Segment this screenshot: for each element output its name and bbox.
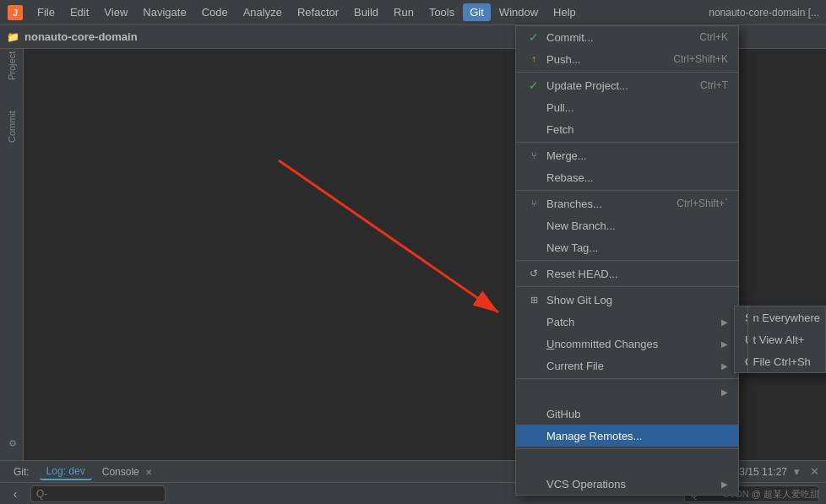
menu-help[interactable]: Help — [546, 3, 583, 21]
pull-label: Pull... — [546, 101, 728, 114]
sidebar-item-project[interactable]: Project — [2, 56, 22, 76]
close-console-icon[interactable]: ✕ — [145, 468, 152, 477]
search-box-left[interactable] — [30, 485, 166, 502]
showgitlog-label: Show Git Log — [546, 294, 728, 306]
title-bar: J File Edit View Navigate Code Analyze R… — [0, 0, 826, 25]
sidebar-item-gear[interactable]: ⚙ — [2, 433, 22, 453]
svg-text:J: J — [13, 8, 18, 18]
menu-item-branches[interactable]: ⑂ Branches... Ctrl+Shift+` — [516, 192, 738, 214]
uncommitted-arrow-icon: ▶ — [721, 339, 728, 349]
menu-item-patch[interactable]: Patch ▶ — [516, 311, 738, 333]
branches-shortcut: Ctrl+Shift+` — [677, 198, 728, 209]
divider-6 — [516, 378, 738, 379]
log-icon: ⊞ — [526, 295, 541, 306]
newbranch-label: New Branch... — [546, 219, 728, 232]
update-dropdown-icon[interactable]: ▾ — [794, 465, 800, 478]
menu-item-push[interactable]: ↑ Push... Ctrl+Shift+K — [516, 48, 738, 70]
divider-7 — [516, 448, 738, 449]
menu-item-uncommitted[interactable]: UUncommitted Changesncommitted Changes ▶ — [516, 333, 738, 355]
git-dropdown-menu: ✓ Commit... Ctrl+K ↑ Push... Ctrl+Shift+… — [515, 25, 739, 496]
menu-item-commit[interactable]: ✓ Commit... Ctrl+K — [516, 26, 738, 48]
close-bottom-icon[interactable]: ✕ — [810, 465, 819, 478]
sidebar: Project Commit ⚙ — [0, 49, 24, 460]
app-logo: J — [7, 4, 24, 21]
divider-1 — [516, 72, 738, 73]
sidebar-item-commit[interactable]: Commit — [2, 117, 22, 137]
menu-refactor[interactable]: Refactor — [291, 3, 345, 21]
search-input-left[interactable] — [36, 488, 160, 500]
rebase-label: Rebase... — [546, 171, 728, 184]
push-label: Push... — [546, 53, 666, 66]
menu-file[interactable]: File — [30, 3, 62, 21]
bottom-tab-log[interactable]: Log: dev — [40, 463, 92, 480]
clone-label: Manage Remotes... — [546, 430, 728, 442]
menu-item-rebase[interactable]: Rebase... — [516, 166, 738, 188]
github-arrow-icon: ▶ — [721, 387, 728, 397]
back-button[interactable]: ‹ — [7, 485, 24, 502]
commit-label: Commit... — [546, 31, 693, 44]
patch-label: Patch — [546, 316, 718, 328]
menu-run[interactable]: Run — [387, 3, 421, 21]
menu-edit[interactable]: Edit — [63, 3, 95, 21]
divider-2 — [516, 142, 738, 143]
overflow-line-3: File Ctrl+Sh — [753, 350, 820, 372]
divider-3 — [516, 190, 738, 191]
menu-item-gittoolbox[interactable]: VCS Operations ▶ — [516, 473, 738, 495]
menu-item-merge[interactable]: ⑂ Merge... — [516, 144, 738, 166]
reset-icon: ↺ — [526, 268, 541, 279]
menu-build[interactable]: Build — [347, 3, 385, 21]
divider-4 — [516, 260, 738, 261]
currentfile-label: Current File — [546, 360, 718, 372]
patch-arrow-icon: ▶ — [721, 317, 728, 327]
svg-line-3 — [279, 160, 498, 312]
menu-code[interactable]: Code — [195, 3, 235, 21]
check-icon: ✓ — [526, 30, 541, 44]
menu-bar: File Edit View Navigate Code Analyze Ref… — [30, 3, 700, 21]
menu-view[interactable]: View — [97, 3, 134, 21]
menu-item-update[interactable]: ✓ Update Project... Ctrl+T — [516, 74, 738, 96]
branches-label: Branches... — [546, 198, 670, 210]
merge-icon: ⑂ — [526, 150, 541, 160]
menu-item-newbranch[interactable]: New Branch... — [516, 214, 738, 236]
red-arrow-decoration — [211, 110, 532, 346]
menu-item-newtag[interactable]: New Tag... — [516, 236, 738, 258]
menu-item-clone[interactable]: Manage Remotes... — [516, 425, 738, 447]
manageremotes-label: GitHub — [546, 408, 728, 420]
menu-item-manageremotes[interactable]: GitHub — [516, 403, 738, 425]
menu-item-github[interactable]: ▶ — [516, 381, 738, 403]
update-check-icon: ✓ — [526, 79, 541, 92]
menu-window[interactable]: Window — [492, 3, 545, 21]
overflow-line-2: t View Alt+ — [753, 328, 820, 350]
update-label: Update Project... — [546, 79, 693, 92]
bottom-tab-git-label: Git: — [7, 464, 36, 480]
bottom-tab-console[interactable]: Console ✕ — [95, 464, 159, 480]
push-shortcut: Ctrl+Shift+K — [673, 53, 728, 65]
divider-5 — [516, 286, 738, 287]
branches-icon: ⑂ — [526, 198, 541, 209]
menu-navigate[interactable]: Navigate — [136, 3, 193, 21]
menu-item-fetch[interactable]: Fetch — [516, 118, 738, 140]
submenu-right-overflow: n Everywhere t View Alt+ File Ctrl+Sh — [747, 306, 826, 373]
currentfile-arrow-icon: ▶ — [721, 361, 728, 371]
update-shortcut: Ctrl+T — [700, 79, 728, 91]
menu-analyze[interactable]: Analyze — [236, 3, 289, 21]
merge-label: Merge... — [546, 149, 728, 162]
newtag-label: New Tag... — [546, 241, 728, 254]
fetch-label: Fetch — [546, 123, 728, 136]
reset-label: Reset HEAD... — [546, 268, 728, 280]
uncommitted-label: UUncommitted Changesncommitted Changes — [546, 338, 718, 350]
menu-item-showgitlog[interactable]: ⊞ Show Git Log — [516, 289, 738, 311]
menu-item-reset[interactable]: ↺ Reset HEAD... — [516, 263, 738, 285]
menu-item-currentfile[interactable]: Current File ▶ — [516, 355, 738, 377]
commit-shortcut: Ctrl+K — [699, 31, 728, 43]
gittoolbox-arrow-icon: ▶ — [721, 480, 728, 489]
menu-tools[interactable]: Tools — [422, 3, 461, 21]
gittoolbox-label: VCS Operations — [546, 478, 718, 490]
push-icon: ↑ — [526, 53, 541, 65]
overflow-line-1: n Everywhere — [753, 306, 820, 328]
project-name: nonauto-core-domain — [24, 30, 138, 43]
window-title: nonauto-core-domain [... — [709, 7, 819, 19]
menu-item-pull[interactable]: Pull... — [516, 96, 738, 118]
menu-git[interactable]: Git — [463, 3, 491, 21]
menu-item-vcsops[interactable] — [516, 451, 738, 473]
